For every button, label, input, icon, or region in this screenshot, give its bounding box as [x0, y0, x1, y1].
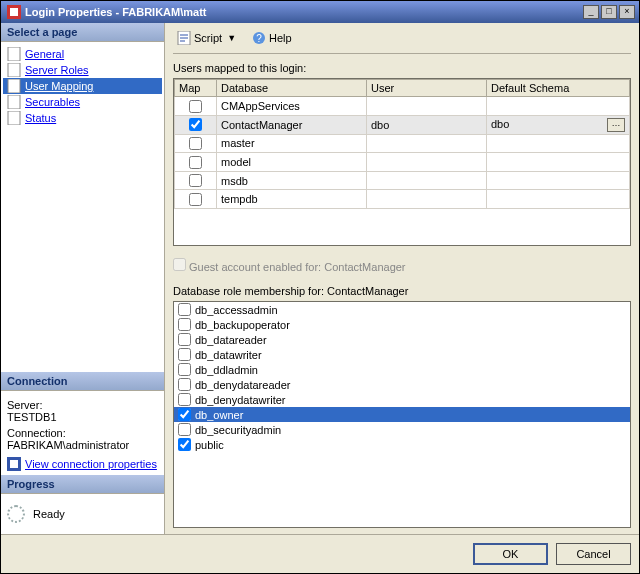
ok-button[interactable]: OK	[473, 543, 548, 565]
role-checkbox[interactable]	[178, 438, 191, 451]
cell-schema[interactable]	[487, 153, 630, 172]
cell-schema[interactable]	[487, 134, 630, 153]
maximize-button[interactable]: □	[601, 5, 617, 19]
help-button[interactable]: ? Help	[248, 29, 296, 47]
page-status[interactable]: Status	[3, 110, 162, 126]
toolbar: Script ▼ ? Help	[173, 27, 631, 54]
titlebar[interactable]: Login Properties - FABRIKAM\matt _ □ ×	[1, 1, 639, 23]
window-icon	[7, 5, 21, 19]
schema-browse-button[interactable]: …	[607, 118, 625, 132]
cell-schema[interactable]	[487, 97, 630, 116]
help-icon: ?	[252, 31, 266, 45]
col-map[interactable]: Map	[175, 80, 217, 97]
map-checkbox[interactable]	[189, 137, 202, 150]
page-user-mapping[interactable]: User Mapping	[3, 78, 162, 94]
svg-rect-8	[10, 460, 18, 468]
role-checkbox[interactable]	[178, 423, 191, 436]
cell-database[interactable]: ContactManager	[217, 115, 367, 134]
select-page-header: Select a page	[1, 23, 164, 42]
page-securables[interactable]: Securables	[3, 94, 162, 110]
role-label: db_securityadmin	[195, 424, 281, 436]
role-item[interactable]: db_datareader	[174, 332, 630, 347]
role-label: db_accessadmin	[195, 304, 278, 316]
page-list: General Server Roles User Mapping Secura…	[1, 42, 164, 130]
role-membership-label: Database role membership for: ContactMan…	[173, 285, 631, 297]
users-mapped-label: Users mapped to this login:	[173, 62, 631, 74]
role-membership-list[interactable]: db_accessadmindb_backupoperatordb_datare…	[173, 301, 631, 528]
view-connection-properties-link[interactable]: View connection properties	[25, 458, 157, 470]
users-mapped-grid[interactable]: Map Database User Default Schema CMAppSe…	[173, 78, 631, 246]
cell-schema[interactable]: dbo…	[487, 115, 630, 134]
table-row[interactable]: tempdb	[175, 190, 630, 209]
cell-user[interactable]	[367, 153, 487, 172]
table-row[interactable]: master	[175, 134, 630, 153]
role-checkbox[interactable]	[178, 333, 191, 346]
map-checkbox[interactable]	[189, 100, 202, 113]
role-checkbox[interactable]	[178, 393, 191, 406]
cell-database[interactable]: msdb	[217, 171, 367, 190]
minimize-button[interactable]: _	[583, 5, 599, 19]
sidebar: Select a page General Server Roles User …	[1, 23, 165, 534]
page-icon	[7, 95, 21, 109]
footer: OK Cancel	[1, 534, 639, 573]
cell-database[interactable]: tempdb	[217, 190, 367, 209]
page-general[interactable]: General	[3, 46, 162, 62]
cell-user[interactable]: dbo	[367, 115, 487, 134]
cell-schema[interactable]	[487, 171, 630, 190]
role-checkbox[interactable]	[178, 408, 191, 421]
role-checkbox[interactable]	[178, 318, 191, 331]
role-label: public	[195, 439, 224, 451]
role-item[interactable]: public	[174, 437, 630, 452]
role-item[interactable]: db_denydatareader	[174, 377, 630, 392]
close-button[interactable]: ×	[619, 5, 635, 19]
role-item[interactable]: db_datawriter	[174, 347, 630, 362]
cell-database[interactable]: master	[217, 134, 367, 153]
connection-section: Server: TESTDB1 Connection: FABRIKAM\adm…	[1, 391, 164, 475]
login-properties-window: Login Properties - FABRIKAM\matt _ □ × S…	[0, 0, 640, 574]
role-item[interactable]: db_ddladmin	[174, 362, 630, 377]
script-button[interactable]: Script ▼	[173, 29, 240, 47]
chevron-down-icon: ▼	[227, 33, 236, 43]
map-checkbox[interactable]	[189, 174, 202, 187]
role-label: db_denydatareader	[195, 379, 290, 391]
col-default-schema[interactable]: Default Schema	[487, 80, 630, 97]
page-icon	[7, 63, 21, 77]
role-item[interactable]: db_owner	[174, 407, 630, 422]
role-item[interactable]: db_securityadmin	[174, 422, 630, 437]
properties-icon	[7, 457, 21, 471]
cell-database[interactable]: model	[217, 153, 367, 172]
cell-schema[interactable]	[487, 190, 630, 209]
col-user[interactable]: User	[367, 80, 487, 97]
role-checkbox[interactable]	[178, 363, 191, 376]
role-checkbox[interactable]	[178, 348, 191, 361]
role-item[interactable]: db_accessadmin	[174, 302, 630, 317]
map-checkbox[interactable]	[189, 193, 202, 206]
svg-rect-2	[8, 47, 20, 61]
col-database[interactable]: Database	[217, 80, 367, 97]
table-row[interactable]: ContactManagerdbodbo…	[175, 115, 630, 134]
table-row[interactable]: CMAppServices	[175, 97, 630, 116]
role-item[interactable]: db_denydatawriter	[174, 392, 630, 407]
map-checkbox[interactable]	[189, 118, 202, 131]
progress-header: Progress	[1, 475, 164, 494]
table-row[interactable]: msdb	[175, 171, 630, 190]
cell-user[interactable]	[367, 190, 487, 209]
cell-user[interactable]	[367, 97, 487, 116]
role-item[interactable]: db_backupoperator	[174, 317, 630, 332]
connection-label: Connection:	[7, 427, 158, 439]
progress-spinner-icon	[7, 505, 25, 523]
page-icon	[7, 111, 21, 125]
page-icon	[7, 79, 21, 93]
cell-database[interactable]: CMAppServices	[217, 97, 367, 116]
cell-user[interactable]	[367, 171, 487, 190]
svg-rect-4	[8, 79, 20, 93]
cell-user[interactable]	[367, 134, 487, 153]
table-row[interactable]: model	[175, 153, 630, 172]
guest-account-checkbox	[173, 258, 186, 271]
role-checkbox[interactable]	[178, 303, 191, 316]
svg-rect-6	[8, 111, 20, 125]
cancel-button[interactable]: Cancel	[556, 543, 631, 565]
map-checkbox[interactable]	[189, 156, 202, 169]
page-server-roles[interactable]: Server Roles	[3, 62, 162, 78]
role-checkbox[interactable]	[178, 378, 191, 391]
